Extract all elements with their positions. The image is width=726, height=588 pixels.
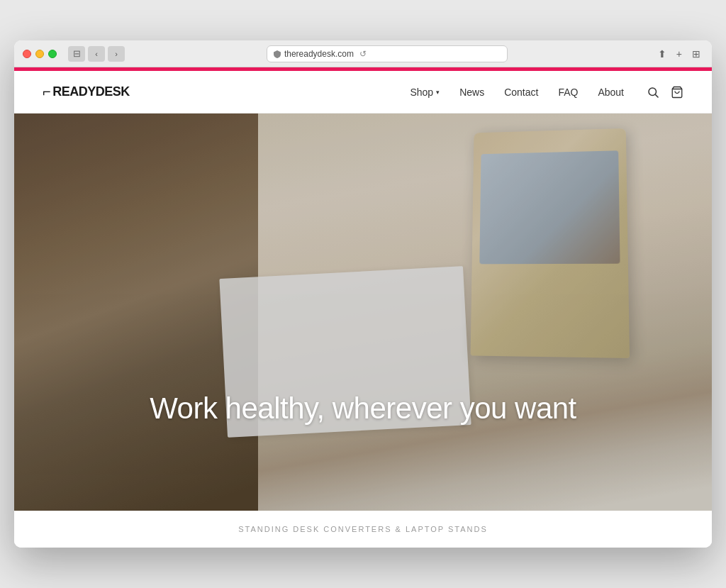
- cart-icon: [671, 86, 683, 99]
- nav-news-label: News: [459, 87, 484, 98]
- svg-point-0: [649, 88, 657, 96]
- sidebar-toggle-button[interactable]: ⊟: [68, 46, 85, 62]
- nav-contact-label: Contact: [504, 87, 538, 98]
- hero-title: Work healthy, wherever you want: [14, 392, 712, 426]
- logo[interactable]: ⌐ READYDESK: [43, 84, 130, 100]
- traffic-lights: [23, 50, 57, 58]
- minimize-button[interactable]: [35, 50, 44, 58]
- new-tab-button[interactable]: +: [674, 47, 685, 61]
- nav-links: Shop ▾ News Contact FAQ: [410, 87, 624, 98]
- browser-controls: ⊟ ‹ ›: [68, 46, 125, 62]
- address-bar[interactable]: thereadydesk.com ↺: [267, 45, 508, 62]
- browser-actions: ⬆ + ⊞: [655, 47, 703, 61]
- nav-link-faq[interactable]: FAQ: [558, 87, 578, 98]
- hero-content: Work healthy, wherever you want: [14, 392, 712, 426]
- logo-text: READYDESK: [52, 84, 130, 99]
- grid-view-button[interactable]: ⊞: [689, 47, 703, 61]
- reload-button[interactable]: ↺: [359, 49, 367, 59]
- security-icon: [273, 50, 281, 58]
- close-button[interactable]: [23, 50, 31, 58]
- hero-section: Work healthy, wherever you want: [14, 113, 712, 511]
- sidebar-icon: ⊟: [73, 48, 81, 59]
- browser-window: ⊟ ‹ › thereadydesk.com ↺ ⬆ + ⊞: [14, 40, 712, 548]
- nav-link-about[interactable]: About: [598, 87, 624, 98]
- nav-link-contact[interactable]: Contact: [504, 87, 538, 98]
- nav-shop-label: Shop: [410, 87, 433, 98]
- address-bar-container: thereadydesk.com ↺: [130, 45, 644, 62]
- below-hero-text: Standing Desk Converters & Laptop Stands: [43, 525, 683, 533]
- cart-button[interactable]: [671, 86, 683, 99]
- below-hero-section: Standing Desk Converters & Laptop Stands: [14, 511, 712, 548]
- back-button[interactable]: ‹: [88, 46, 105, 62]
- forward-button[interactable]: ›: [108, 46, 125, 62]
- maximize-button[interactable]: [48, 50, 57, 58]
- url-text: thereadydesk.com: [284, 49, 354, 59]
- share-button[interactable]: ⬆: [655, 47, 669, 61]
- hero-overlay: [14, 113, 712, 511]
- nav-link-shop[interactable]: Shop ▾: [410, 87, 440, 98]
- nav-icons: [647, 86, 683, 99]
- nav-link-news[interactable]: News: [459, 87, 484, 98]
- forward-icon: ›: [115, 50, 118, 58]
- back-icon: ‹: [95, 50, 98, 58]
- nav-faq-label: FAQ: [558, 87, 578, 98]
- navigation: ⌐ READYDESK Shop ▾ News Conta: [14, 71, 712, 113]
- svg-line-1: [655, 94, 658, 97]
- search-button[interactable]: [647, 86, 659, 99]
- chevron-down-icon: ▾: [436, 89, 440, 96]
- search-icon: [647, 86, 659, 99]
- website-content: ⌐ READYDESK Shop ▾ News Conta: [14, 67, 712, 548]
- nav-about-label: About: [598, 87, 624, 98]
- browser-titlebar: ⊟ ‹ › thereadydesk.com ↺ ⬆ + ⊞: [14, 40, 712, 67]
- logo-icon: ⌐: [43, 84, 50, 100]
